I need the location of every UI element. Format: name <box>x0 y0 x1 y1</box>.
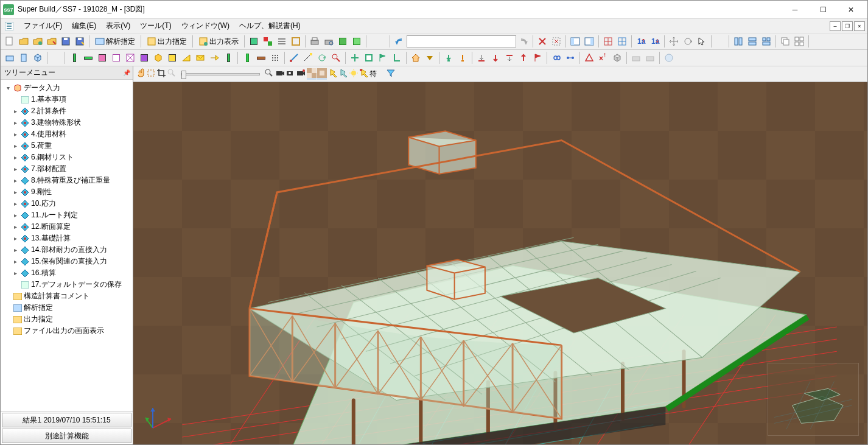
tool-zoom-icon[interactable] <box>329 51 343 65</box>
view-2-icon[interactable] <box>746 35 759 48</box>
marker-red-up-icon[interactable] <box>517 51 530 65</box>
vp-checker1-icon[interactable] <box>307 68 317 80</box>
minimize-button[interactable]: ─ <box>781 1 809 19</box>
sym-l-green-icon[interactable] <box>390 51 404 65</box>
tree-item-5[interactable]: ▸5.荷重 <box>2 140 131 152</box>
tree-item-4[interactable]: ▸4.使用材料 <box>2 128 131 140</box>
view-elev-icon[interactable] <box>17 51 30 65</box>
marker-orange-icon[interactable] <box>456 51 469 65</box>
tree-extra-1[interactable]: 構造計算書コメント <box>2 290 131 302</box>
panel-right-icon[interactable] <box>583 35 596 48</box>
3d-canvas[interactable] <box>133 82 867 444</box>
tree-item-3[interactable]: ▸3.建物特殊形状 <box>2 117 131 128</box>
elem-env-icon[interactable] <box>194 51 207 65</box>
redo-icon[interactable] <box>517 35 530 48</box>
tree-item-16[interactable]: ▸16.積算 <box>2 267 131 279</box>
mdi-close[interactable]: × <box>854 21 865 31</box>
tree-item-1[interactable]: 1.基本事項 <box>2 94 131 105</box>
tree-item-7[interactable]: ▸7.部材配置 <box>2 163 131 175</box>
deselect-icon[interactable] <box>550 35 563 48</box>
marker-green-down-icon[interactable] <box>442 51 455 65</box>
sym-flag-green-icon[interactable] <box>376 51 390 65</box>
vp-camera-icon[interactable] <box>275 68 285 80</box>
save-icon[interactable] <box>59 35 72 48</box>
vp-camera2-icon[interactable] <box>285 68 295 80</box>
layer-green-icon[interactable] <box>247 35 261 48</box>
vp-funnel-icon[interactable] <box>386 68 396 80</box>
tree-item-12[interactable]: ▸12.断面算定 <box>2 221 131 233</box>
result-button[interactable]: 結果1 2019/07/10 15:51:15 <box>2 413 131 427</box>
open2-icon[interactable] <box>31 35 44 48</box>
axis-gizmo[interactable] <box>141 401 177 437</box>
view-1-icon[interactable] <box>732 35 745 48</box>
delete-icon[interactable] <box>536 35 549 48</box>
link-node-icon[interactable] <box>564 51 577 65</box>
vp-hand-icon[interactable] <box>136 68 145 80</box>
marker-red-bar2-icon[interactable] <box>503 51 516 65</box>
print-preview-icon[interactable] <box>322 35 335 48</box>
grid-red-icon[interactable] <box>601 35 615 48</box>
analysis-spec-button[interactable]: 解析指定 <box>92 35 138 48</box>
vp-light2-icon[interactable] <box>338 68 348 80</box>
menu-window[interactable]: ウィンドウ(W) <box>177 19 234 33</box>
tree-item-14[interactable]: ▸14.部材耐力の直接入力 <box>2 244 131 256</box>
vp-checker2-icon[interactable] <box>317 68 327 80</box>
warn-x-red-icon[interactable]: ×! <box>597 51 610 65</box>
history-combo[interactable] <box>407 35 516 47</box>
text-up-icon[interactable]: 1a <box>634 35 648 48</box>
marker-red-bar-icon[interactable] <box>475 51 488 65</box>
elem-beam-icon[interactable] <box>82 51 95 65</box>
text-down-icon[interactable]: 1a <box>648 35 662 48</box>
layer-multi-icon[interactable] <box>261 35 275 48</box>
sym-box-green-icon[interactable] <box>362 51 376 65</box>
extra-calc-button[interactable]: 別途計算機能 <box>2 429 131 443</box>
elem-green2-icon[interactable] <box>240 51 254 65</box>
close-button[interactable]: ✕ <box>837 1 865 19</box>
tree-item-9[interactable]: ▸9.剛性 <box>2 186 131 198</box>
save-as-icon[interactable] <box>73 35 86 48</box>
mdi-minimize[interactable]: – <box>830 21 841 31</box>
tree-item-6[interactable]: ▸6.鋼材リスト <box>2 152 131 163</box>
rotate-icon[interactable] <box>681 35 695 48</box>
menu-tool[interactable]: ツール(T) <box>135 19 176 33</box>
vp-select-icon[interactable] <box>146 68 156 80</box>
tree-root[interactable]: ▾ データ入力 <box>2 82 131 94</box>
tile-icon[interactable] <box>793 35 806 48</box>
output-spec-button[interactable]: 出力指定 <box>144 35 190 48</box>
tree-item-8[interactable]: ▸8.特殊荷重及び補正重量 <box>2 175 131 186</box>
frame-icon[interactable] <box>289 35 303 48</box>
view-3-icon[interactable] <box>760 35 773 48</box>
mdi-restore[interactable]: ❐ <box>842 21 853 31</box>
output-display-button[interactable]: 出力表示 <box>195 35 242 48</box>
tree-item-15[interactable]: ▸15.保有関連の直接入力 <box>2 256 131 267</box>
open3-icon[interactable] <box>45 35 58 48</box>
menu-help[interactable]: ヘルプ、解説書(H) <box>234 19 306 33</box>
elem-x-icon[interactable] <box>124 51 137 65</box>
menu-file[interactable]: ファイル(F) <box>19 19 67 33</box>
link-infinity-icon[interactable] <box>550 51 563 65</box>
vp-zoom2-icon[interactable] <box>264 68 274 80</box>
elem-arrow-icon[interactable] <box>208 51 221 65</box>
vp-camera3-icon[interactable] <box>296 68 306 80</box>
home-icon[interactable] <box>409 51 422 65</box>
cube-gray-icon[interactable] <box>611 51 624 65</box>
warn-triangle-icon[interactable] <box>583 51 596 65</box>
vp-light1-icon[interactable] <box>328 68 338 80</box>
menu-app-icon[interactable] <box>3 20 15 32</box>
panel-left-icon[interactable] <box>569 35 582 48</box>
elem-tri-yellow-icon[interactable] <box>180 51 193 65</box>
cursor-icon[interactable] <box>695 35 709 48</box>
view-3d-icon[interactable] <box>31 51 44 65</box>
elem-brown-icon[interactable] <box>254 51 268 65</box>
tool-measure-icon[interactable] <box>287 51 301 65</box>
elem-yellow-icon[interactable] <box>166 51 179 65</box>
elem-pink-icon[interactable] <box>96 51 109 65</box>
tool-line-icon[interactable] <box>301 51 315 65</box>
elem-outline-icon[interactable] <box>110 51 123 65</box>
new-icon[interactable] <box>3 35 16 48</box>
marker-flag-red-icon[interactable] <box>531 51 544 65</box>
menu-view[interactable]: 表示(V) <box>101 19 135 33</box>
nav-cube[interactable] <box>768 363 859 436</box>
print-icon[interactable] <box>308 35 321 48</box>
open-icon[interactable] <box>17 35 30 48</box>
